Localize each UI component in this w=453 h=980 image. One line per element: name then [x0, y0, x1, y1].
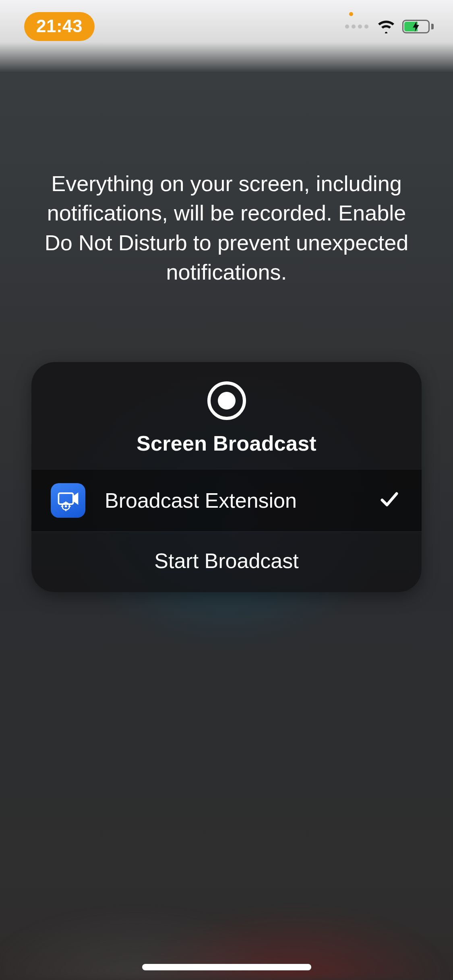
home-indicator[interactable] [142, 964, 311, 970]
svg-point-2 [65, 505, 67, 507]
broadcast-extension-app-icon [51, 483, 85, 518]
start-broadcast-button[interactable]: Start Broadcast [31, 531, 422, 592]
battery-icon [402, 20, 434, 33]
status-right-cluster [345, 20, 434, 33]
card-title: Screen Broadcast [137, 431, 316, 455]
cellular-signal-icon [345, 25, 368, 29]
broadcast-option-label: Broadcast Extension [105, 488, 360, 513]
wifi-icon [377, 20, 395, 33]
checkmark-icon [379, 490, 399, 511]
mic-indicator-dot-icon [349, 12, 353, 16]
recording-warning-text: Everything on your screen, including not… [0, 169, 453, 287]
screen-record-icon [207, 381, 246, 420]
status-bar: 21:43 [0, 0, 453, 53]
card-header: Screen Broadcast [31, 362, 422, 469]
broadcast-picker-card: Screen Broadcast Broadcast Extension Sta… [31, 362, 422, 592]
broadcast-option-row[interactable]: Broadcast Extension [31, 469, 422, 531]
battery-charging-bolt-icon [403, 21, 428, 32]
status-time-pill[interactable]: 21:43 [24, 12, 95, 41]
